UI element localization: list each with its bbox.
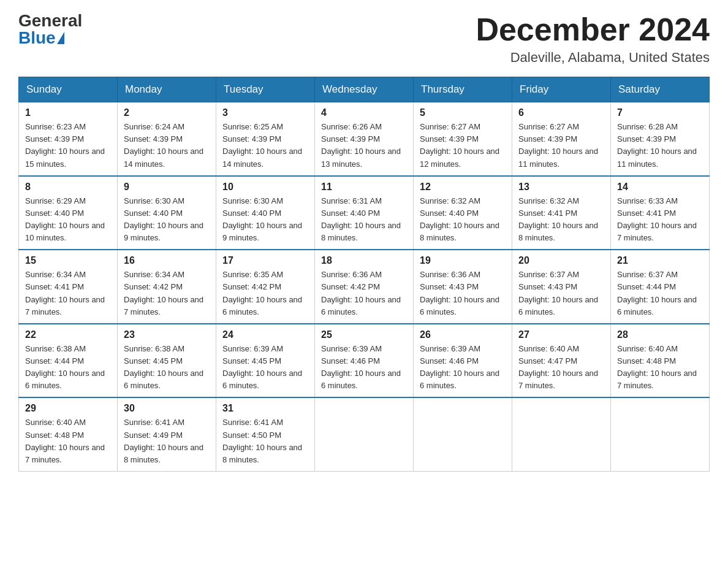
table-row: 27 Sunrise: 6:40 AMSunset: 4:47 PMDaylig… [512,324,611,398]
day-number: 4 [321,107,407,118]
header-wednesday: Wednesday [315,77,414,102]
day-number: 25 [321,329,407,340]
table-row: 30 Sunrise: 6:41 AMSunset: 4:49 PMDaylig… [118,397,216,471]
calendar-row: 22 Sunrise: 6:38 AMSunset: 4:44 PMDaylig… [19,324,710,398]
day-number: 13 [518,182,604,193]
day-info: Sunrise: 6:34 AMSunset: 4:42 PMDaylight:… [124,270,203,316]
day-number: 8 [25,182,111,193]
table-row: 10 Sunrise: 6:30 AMSunset: 4:40 PMDaylig… [216,176,315,250]
table-row: 29 Sunrise: 6:40 AMSunset: 4:48 PMDaylig… [19,397,118,471]
table-row [611,397,710,471]
day-info: Sunrise: 6:34 AMSunset: 4:41 PMDaylight:… [25,270,105,316]
day-number: 20 [518,255,604,266]
table-row: 24 Sunrise: 6:39 AMSunset: 4:45 PMDaylig… [216,324,315,398]
header-friday: Friday [512,77,611,102]
day-number: 31 [222,403,308,414]
table-row: 11 Sunrise: 6:31 AMSunset: 4:40 PMDaylig… [315,176,414,250]
header-sunday: Sunday [19,77,118,102]
day-info: Sunrise: 6:27 AMSunset: 4:39 PMDaylight:… [420,122,499,168]
table-row: 16 Sunrise: 6:34 AMSunset: 4:42 PMDaylig… [118,250,216,324]
day-info: Sunrise: 6:33 AMSunset: 4:41 PMDaylight:… [617,196,697,242]
day-number: 11 [321,182,407,193]
table-row: 8 Sunrise: 6:29 AMSunset: 4:40 PMDayligh… [19,176,118,250]
table-row: 25 Sunrise: 6:39 AMSunset: 4:46 PMDaylig… [315,324,414,398]
table-row: 2 Sunrise: 6:24 AMSunset: 4:39 PMDayligh… [118,102,216,176]
table-row: 5 Sunrise: 6:27 AMSunset: 4:39 PMDayligh… [414,102,512,176]
table-row [414,397,512,471]
day-number: 7 [617,107,703,118]
table-row: 21 Sunrise: 6:37 AMSunset: 4:44 PMDaylig… [611,250,710,324]
day-number: 16 [124,255,210,266]
table-row: 22 Sunrise: 6:38 AMSunset: 4:44 PMDaylig… [19,324,118,398]
calendar-table: Sunday Monday Tuesday Wednesday Thursday… [18,77,710,472]
day-info: Sunrise: 6:40 AMSunset: 4:47 PMDaylight:… [518,344,598,390]
table-row: 19 Sunrise: 6:36 AMSunset: 4:43 PMDaylig… [414,250,512,324]
day-number: 19 [420,255,506,266]
title-area: December 2024 Daleville, Alabama, United… [476,12,710,66]
table-row: 31 Sunrise: 6:41 AMSunset: 4:50 PMDaylig… [216,397,315,471]
day-info: Sunrise: 6:32 AMSunset: 4:41 PMDaylight:… [518,196,598,242]
logo-general-text: General [18,12,82,29]
header-thursday: Thursday [414,77,512,102]
day-info: Sunrise: 6:41 AMSunset: 4:50 PMDaylight:… [222,418,302,464]
header-saturday: Saturday [611,77,710,102]
day-number: 9 [124,182,210,193]
table-row: 1 Sunrise: 6:23 AMSunset: 4:39 PMDayligh… [19,102,118,176]
table-row: 17 Sunrise: 6:35 AMSunset: 4:42 PMDaylig… [216,250,315,324]
day-info: Sunrise: 6:23 AMSunset: 4:39 PMDaylight:… [25,122,105,168]
day-number: 21 [617,255,703,266]
table-row: 7 Sunrise: 6:28 AMSunset: 4:39 PMDayligh… [611,102,710,176]
day-number: 18 [321,255,407,266]
table-row: 18 Sunrise: 6:36 AMSunset: 4:42 PMDaylig… [315,250,414,324]
day-number: 14 [617,182,703,193]
calendar-row: 1 Sunrise: 6:23 AMSunset: 4:39 PMDayligh… [19,102,710,176]
day-info: Sunrise: 6:38 AMSunset: 4:45 PMDaylight:… [124,344,203,390]
table-row: 23 Sunrise: 6:38 AMSunset: 4:45 PMDaylig… [118,324,216,398]
day-info: Sunrise: 6:39 AMSunset: 4:45 PMDaylight:… [222,344,302,390]
day-info: Sunrise: 6:39 AMSunset: 4:46 PMDaylight:… [321,344,401,390]
header-tuesday: Tuesday [216,77,315,102]
day-number: 3 [222,107,308,118]
day-info: Sunrise: 6:36 AMSunset: 4:42 PMDaylight:… [321,270,401,316]
logo-blue-text: Blue [18,29,64,47]
day-number: 30 [124,403,210,414]
calendar-row: 29 Sunrise: 6:40 AMSunset: 4:48 PMDaylig… [19,397,710,471]
table-row: 4 Sunrise: 6:26 AMSunset: 4:39 PMDayligh… [315,102,414,176]
day-number: 15 [25,255,111,266]
page-header: General Blue December 2024 Daleville, Al… [18,12,710,66]
location-title: Daleville, Alabama, United States [476,50,710,66]
header-monday: Monday [118,77,216,102]
day-number: 17 [222,255,308,266]
table-row [512,397,611,471]
day-number: 24 [222,329,308,340]
day-number: 28 [617,329,703,340]
table-row [315,397,414,471]
table-row: 3 Sunrise: 6:25 AMSunset: 4:39 PMDayligh… [216,102,315,176]
table-row: 12 Sunrise: 6:32 AMSunset: 4:40 PMDaylig… [414,176,512,250]
day-info: Sunrise: 6:40 AMSunset: 4:48 PMDaylight:… [25,418,105,464]
day-info: Sunrise: 6:28 AMSunset: 4:39 PMDaylight:… [617,122,697,168]
day-info: Sunrise: 6:25 AMSunset: 4:39 PMDaylight:… [222,122,302,168]
day-number: 22 [25,329,111,340]
day-info: Sunrise: 6:36 AMSunset: 4:43 PMDaylight:… [420,270,499,316]
day-info: Sunrise: 6:24 AMSunset: 4:39 PMDaylight:… [124,122,203,168]
day-number: 26 [420,329,506,340]
table-row: 15 Sunrise: 6:34 AMSunset: 4:41 PMDaylig… [19,250,118,324]
table-row: 6 Sunrise: 6:27 AMSunset: 4:39 PMDayligh… [512,102,611,176]
day-info: Sunrise: 6:41 AMSunset: 4:49 PMDaylight:… [124,418,203,464]
table-row: 28 Sunrise: 6:40 AMSunset: 4:48 PMDaylig… [611,324,710,398]
day-info: Sunrise: 6:27 AMSunset: 4:39 PMDaylight:… [518,122,598,168]
day-info: Sunrise: 6:40 AMSunset: 4:48 PMDaylight:… [617,344,697,390]
day-info: Sunrise: 6:37 AMSunset: 4:44 PMDaylight:… [617,270,697,316]
day-info: Sunrise: 6:37 AMSunset: 4:43 PMDaylight:… [518,270,598,316]
day-number: 2 [124,107,210,118]
logo: General Blue [18,12,82,47]
day-number: 27 [518,329,604,340]
day-info: Sunrise: 6:35 AMSunset: 4:42 PMDaylight:… [222,270,302,316]
day-info: Sunrise: 6:32 AMSunset: 4:40 PMDaylight:… [420,196,499,242]
table-row: 9 Sunrise: 6:30 AMSunset: 4:40 PMDayligh… [118,176,216,250]
table-row: 14 Sunrise: 6:33 AMSunset: 4:41 PMDaylig… [611,176,710,250]
weekday-header-row: Sunday Monday Tuesday Wednesday Thursday… [19,77,710,102]
day-number: 10 [222,182,308,193]
day-number: 6 [518,107,604,118]
